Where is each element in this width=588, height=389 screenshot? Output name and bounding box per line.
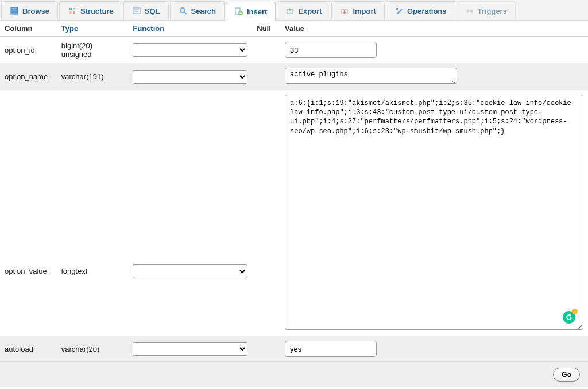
tab-sql[interactable]: SQL xyxy=(123,1,169,20)
header-null: Null xyxy=(252,21,280,37)
value-cell: a:6:{i:1;s:19:"akismet/akismet.php";i:2;… xyxy=(280,90,588,336)
svg-rect-5 xyxy=(69,11,72,14)
table-row: option_idbigint(20) unsigned xyxy=(0,37,588,64)
grammarly-icon[interactable] xyxy=(563,311,575,324)
tab-search[interactable]: Search xyxy=(170,1,225,20)
tab-label: SQL xyxy=(145,7,160,15)
svg-point-19 xyxy=(466,10,469,13)
function-select[interactable] xyxy=(133,70,247,84)
null-cell xyxy=(252,37,280,64)
tab-label: Browse xyxy=(22,7,49,15)
tab-export[interactable]: Export xyxy=(277,1,330,20)
function-select[interactable] xyxy=(133,264,247,278)
header-row: Column Type Function Null Value xyxy=(0,21,588,37)
go-button[interactable]: Go xyxy=(553,368,580,382)
value-textarea-large[interactable]: a:6:{i:1;s:19:"akismet/akismet.php";i:2;… xyxy=(285,95,583,330)
value-textarea[interactable]: active_plugins xyxy=(285,68,457,84)
svg-rect-6 xyxy=(73,11,75,14)
tab-insert[interactable]: Insert xyxy=(226,2,276,21)
tab-browse[interactable]: Browse xyxy=(1,1,58,20)
header-type[interactable]: Type xyxy=(57,21,128,37)
svg-point-10 xyxy=(180,8,185,13)
svg-rect-0 xyxy=(11,7,18,14)
column-name: option_id xyxy=(0,37,57,64)
value-input[interactable] xyxy=(285,42,377,58)
svg-rect-18 xyxy=(396,8,398,10)
browse-icon xyxy=(10,6,19,15)
column-name: autoload xyxy=(0,336,57,361)
column-type: bigint(20) unsigned xyxy=(57,37,128,64)
column-type: longtext xyxy=(57,90,128,336)
value-cell xyxy=(280,336,588,361)
tab-structure[interactable]: Structure xyxy=(59,1,122,20)
triggers-icon xyxy=(465,6,474,15)
function-cell xyxy=(128,336,252,361)
column-type: varchar(191) xyxy=(57,63,128,90)
function-select[interactable] xyxy=(133,43,247,57)
svg-point-20 xyxy=(470,10,473,13)
tab-label: Operations xyxy=(407,7,447,15)
value-cell xyxy=(280,37,588,64)
operations-icon xyxy=(394,6,404,15)
tab-label: Triggers xyxy=(478,7,507,15)
tab-label: Structure xyxy=(80,7,114,15)
search-icon xyxy=(179,6,188,15)
insert-form: Column Type Function Null Value option_i… xyxy=(0,21,588,387)
tab-triggers[interactable]: Triggers xyxy=(457,1,516,20)
header-column: Column xyxy=(0,21,57,37)
null-cell xyxy=(252,63,280,90)
export-icon xyxy=(285,6,295,15)
header-function[interactable]: Function xyxy=(128,21,252,37)
column-name: option_value xyxy=(0,90,57,336)
tab-import[interactable]: Import xyxy=(331,1,384,20)
svg-rect-4 xyxy=(73,8,75,10)
tab-operations[interactable]: Operations xyxy=(386,1,455,20)
column-type: varchar(20) xyxy=(57,336,128,361)
structure-icon xyxy=(68,6,77,15)
function-cell xyxy=(128,37,252,64)
column-name: option_name xyxy=(0,63,57,90)
table-row: option_valuelongtexta:6:{i:1;s:19:"akism… xyxy=(0,90,588,336)
tab-label: Export xyxy=(298,7,322,15)
submit-row: Go xyxy=(0,361,588,387)
tab-label: Search xyxy=(191,7,216,15)
import-icon xyxy=(340,6,349,15)
table-row: autoloadvarchar(20) xyxy=(0,336,588,361)
sql-icon xyxy=(132,6,141,15)
svg-rect-7 xyxy=(133,8,140,14)
tab-label: Insert xyxy=(247,7,267,16)
null-cell xyxy=(252,90,280,336)
table-row: option_namevarchar(191)active_plugins xyxy=(0,63,588,90)
tabs-bar: BrowseStructureSQLSearchInsertExportImpo… xyxy=(0,0,588,21)
function-cell xyxy=(128,90,252,336)
null-cell xyxy=(252,336,280,361)
value-input[interactable] xyxy=(285,341,377,357)
header-value: Value xyxy=(280,21,588,37)
function-select[interactable] xyxy=(133,342,247,356)
function-cell xyxy=(128,63,252,90)
value-cell: active_plugins xyxy=(280,63,588,90)
tab-label: Import xyxy=(353,7,376,15)
svg-rect-3 xyxy=(69,8,72,10)
svg-line-11 xyxy=(184,12,187,14)
insert-icon xyxy=(234,7,243,16)
